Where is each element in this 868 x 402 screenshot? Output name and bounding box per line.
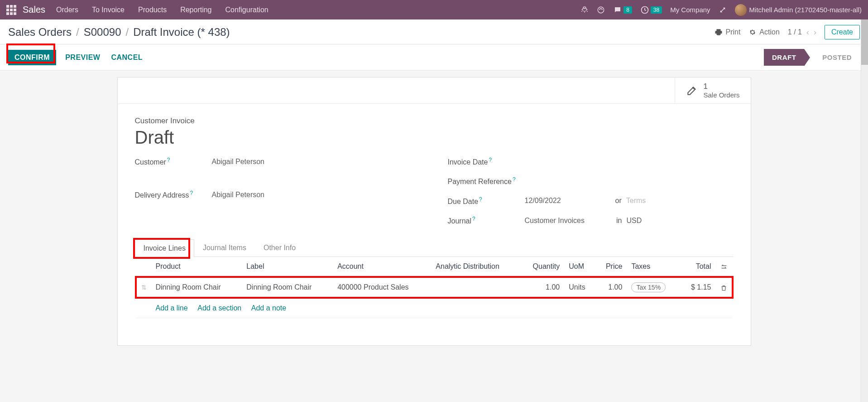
pager: 1 / 1 ‹ ›	[788, 28, 816, 37]
company-switcher[interactable]: My Company	[670, 6, 710, 14]
main-menu: Orders To Invoice Products Reporting Con…	[56, 6, 269, 14]
th-quantity[interactable]: Quantity	[520, 257, 564, 277]
menu-to-invoice[interactable]: To Invoice	[92, 6, 125, 14]
label-journal: Journal?	[448, 216, 525, 225]
value-delivery-address[interactable]: Abigail Peterson	[212, 191, 265, 199]
status-bar: CONFIRM PREVIEW CANCEL DRAFT POSTED	[0, 44, 868, 71]
value-customer[interactable]: Abigail Peterson	[212, 158, 265, 166]
label-invoice-date: Invoice Date?	[448, 157, 525, 166]
smart-button-label: Sale Orders	[703, 91, 739, 99]
add-note-link[interactable]: Add a note	[251, 304, 286, 312]
tabs: Invoice Lines Journal Items Other Info	[135, 239, 734, 257]
tools-icon[interactable]	[719, 6, 727, 14]
smart-buttons: 1 Sale Orders	[118, 77, 751, 104]
smart-button-count: 1	[703, 82, 739, 91]
tab-journal-items[interactable]: Journal Items	[194, 239, 255, 257]
breadcrumb-current: Draft Invoice (* 438)	[133, 26, 230, 39]
create-button[interactable]: Create	[825, 25, 860, 39]
status-posted[interactable]: POSTED	[814, 49, 860, 66]
edit-icon	[686, 85, 698, 97]
cell-product[interactable]: Dinning Room Chair	[151, 277, 242, 298]
cell-uom[interactable]: Units	[564, 277, 595, 298]
messages-button[interactable]: 8	[613, 6, 632, 14]
user-name: Mitchell Admin (21702450-master-all)	[749, 6, 862, 14]
pager-prev[interactable]: ‹	[806, 28, 809, 37]
breadcrumb-link-sales-orders[interactable]: Sales Orders	[8, 26, 72, 39]
apps-icon[interactable]	[6, 5, 16, 15]
avatar	[735, 4, 747, 16]
cell-analytic[interactable]	[431, 277, 520, 298]
cell-label[interactable]: Dinning Room Chair	[242, 277, 333, 298]
scrollbar-thumb[interactable]	[861, 19, 868, 65]
printer-icon	[715, 28, 723, 36]
form-sheet: 1 Sale Orders Customer Invoice Draft Cus…	[117, 77, 751, 346]
drag-handle-icon[interactable]: ⇅	[141, 284, 147, 291]
svg-point-0	[598, 7, 604, 13]
th-uom[interactable]: UoM	[564, 257, 595, 277]
invoice-lines-table: Product Label Account Analytic Distribut…	[135, 257, 734, 318]
columns-options-icon[interactable]	[720, 262, 728, 270]
navbar-right: 8 38 My Company Mitchell Admin (21702450…	[580, 4, 862, 16]
value-due-date[interactable]: 12/09/2022	[525, 197, 561, 205]
add-section-link[interactable]: Add a section	[197, 304, 241, 312]
label-customer: Customer?	[135, 157, 212, 166]
th-taxes[interactable]: Taxes	[627, 257, 680, 277]
value-journal[interactable]: Customer Invoices	[525, 217, 585, 225]
cell-taxes[interactable]: Tax 15%	[627, 277, 680, 298]
confirm-button[interactable]: CONFIRM	[8, 50, 56, 65]
control-right: Print Action 1 / 1 ‹ › Create	[715, 25, 860, 39]
gear-icon	[748, 28, 757, 36]
pager-next[interactable]: ›	[814, 28, 816, 37]
menu-configuration[interactable]: Configuration	[225, 6, 269, 14]
cell-total: $ 1.15	[680, 277, 716, 298]
form-small-title: Customer Invoice	[135, 116, 734, 126]
cell-quantity[interactable]: 1.00	[520, 277, 564, 298]
table-row[interactable]: ⇅ Dinning Room Chair Dinning Room Chair …	[136, 277, 733, 298]
user-menu[interactable]: Mitchell Admin (21702450-master-all)	[735, 4, 862, 16]
label-due-date: Due Date?	[448, 196, 525, 206]
tab-invoice-lines[interactable]: Invoice Lines	[135, 239, 194, 257]
preview-button[interactable]: PREVIEW	[63, 51, 102, 64]
th-label[interactable]: Label	[242, 257, 333, 277]
app-brand[interactable]: Sales	[23, 5, 45, 15]
breadcrumb-link-order[interactable]: S00090	[84, 26, 121, 39]
top-navbar: Sales Orders To Invoice Products Reporti…	[0, 0, 868, 19]
print-button[interactable]: Print	[715, 28, 740, 36]
tab-other-info[interactable]: Other Info	[255, 239, 304, 257]
menu-reporting[interactable]: Reporting	[180, 6, 211, 14]
pager-text: 1 / 1	[788, 28, 802, 36]
th-price[interactable]: Price	[595, 257, 627, 277]
cancel-button[interactable]: CANCEL	[109, 51, 144, 64]
action-button[interactable]: Action	[748, 28, 779, 36]
control-bar: Sales Orders / S00090 / Draft Invoice (*…	[0, 19, 868, 44]
add-line-link[interactable]: Add a line	[156, 304, 188, 312]
status-tags: DRAFT POSTED	[764, 49, 860, 66]
smart-button-sale-orders[interactable]: 1 Sale Orders	[675, 77, 750, 103]
status-draft[interactable]: DRAFT	[764, 49, 804, 66]
th-product[interactable]: Product	[151, 257, 242, 277]
form-big-title: Draft	[135, 127, 734, 148]
value-currency[interactable]: USD	[626, 217, 642, 225]
th-total[interactable]: Total	[680, 257, 716, 277]
th-analytic[interactable]: Analytic Distribution	[431, 257, 520, 277]
cell-price[interactable]: 1.00	[595, 277, 627, 298]
th-account[interactable]: Account	[333, 257, 431, 277]
menu-products[interactable]: Products	[138, 6, 167, 14]
messages-badge: 8	[623, 6, 632, 14]
breadcrumb: Sales Orders / S00090 / Draft Invoice (*…	[8, 26, 230, 39]
bug-icon[interactable]	[580, 6, 589, 14]
label-payment-reference: Payment Reference?	[448, 176, 525, 186]
menu-orders[interactable]: Orders	[56, 6, 78, 14]
terms-link[interactable]: Terms	[626, 197, 646, 205]
support-icon[interactable]	[597, 6, 605, 14]
cell-account[interactable]: 400000 Product Sales	[333, 277, 431, 298]
activities-button[interactable]: 38	[640, 5, 662, 15]
activities-badge: 38	[651, 6, 662, 14]
trash-icon[interactable]	[720, 283, 727, 291]
scrollbar[interactable]	[861, 19, 868, 402]
label-delivery-address: Delivery Address?	[135, 190, 212, 199]
